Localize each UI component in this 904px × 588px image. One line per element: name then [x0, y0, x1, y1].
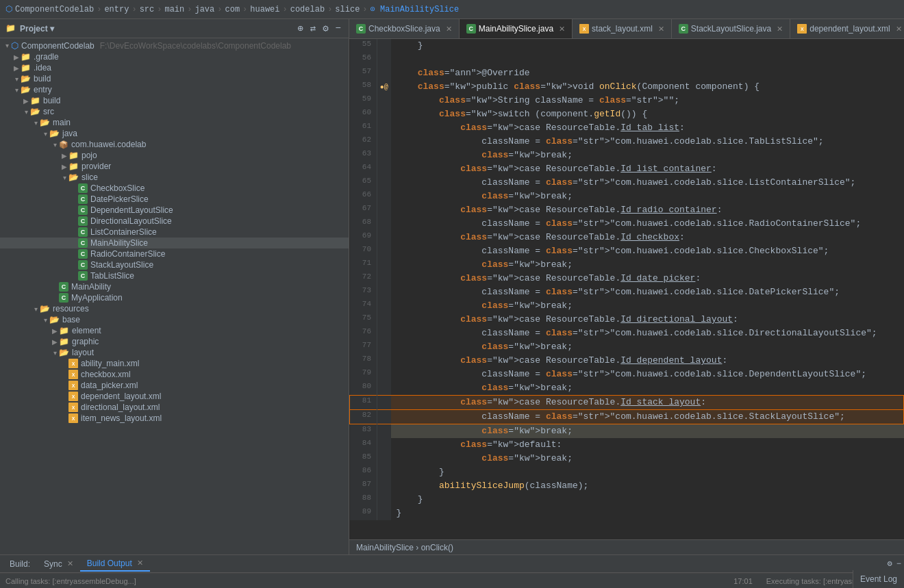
line-content: class="kw">break; [391, 258, 904, 272]
breadcrumb-main[interactable]: main [164, 5, 184, 14]
tree-item-icon: 📂 [40, 118, 50, 127]
tab-type-icon: C [679, 24, 688, 34]
tab-close-icon[interactable]: ✕ [896, 25, 902, 34]
tree-arrow: ▾ [60, 174, 68, 181]
build-label: Build: [3, 557, 37, 571]
tree-item-resources[interactable]: ▾📂resources [0, 303, 349, 314]
tree-item--gradle[interactable]: ▶📁.gradle [0, 51, 349, 62]
line-content: } [391, 465, 904, 479]
line-content: className = class="str">"com.huawei.code… [391, 285, 904, 299]
tree-item-data-picker-xml[interactable]: Xdata_picker.xml [0, 380, 349, 391]
line-number: 59 [350, 94, 377, 107]
tree-item-RadioContainerSlice[interactable]: CRadioContainerSlice [0, 248, 349, 259]
tree-item-DirectionalLayoutSlice[interactable]: CDirectionalLayoutSlice [0, 216, 349, 227]
tree-item-build[interactable]: ▾📂build [0, 73, 349, 84]
tree-item-element[interactable]: ▶📁element [0, 325, 349, 336]
tree-item-MainAbility[interactable]: CMainAbility [0, 281, 349, 292]
editor-tab-StackLayoutSlice-java[interactable]: CStackLayoutSlice.java✕ [672, 19, 790, 38]
tab-close-icon[interactable]: ✕ [559, 25, 565, 34]
sidebar-minimize-button[interactable]: − [334, 23, 343, 34]
build-output-tab[interactable]: Build Output ✕ [80, 557, 150, 572]
tree-item-label: com.huawei.codelab [71, 140, 146, 149]
tree-item-layout[interactable]: ▾📂layout [0, 347, 349, 358]
tab-close-icon[interactable]: ✕ [777, 25, 783, 34]
tree-item-icon: 📦 [59, 140, 68, 149]
tree-item-dependent-layout-xml[interactable]: Xdependent_layout.xml [0, 391, 349, 402]
tree-item-checkbox-xml[interactable]: Xcheckbox.xml [0, 369, 349, 380]
breadcrumb-slice[interactable]: slice [335, 5, 360, 14]
tree-item-StackLayoutSlice[interactable]: CStackLayoutSlice [0, 259, 349, 270]
tab-label: CheckboxSlice.java [368, 24, 440, 34]
tree-item-com-huawei-codelab[interactable]: ▾📦com.huawei.codelab [0, 139, 349, 150]
breadcrumb-huawei[interactable]: huawei [250, 5, 279, 14]
bottom-minimize-icon[interactable]: − [896, 559, 901, 569]
line-number: 76 [350, 327, 377, 340]
tree-item-pojo[interactable]: ▶📁pojo [0, 150, 349, 161]
project-name[interactable]: ComponentCodelab [15, 5, 94, 14]
tree-item-DatePickerSlice[interactable]: CDatePickerSlice [0, 194, 349, 205]
project-sidebar: 📁 Project ▾ ⊕ ⇄ ⚙ − ▾⬡ComponentCodelabF:… [0, 19, 349, 554]
tree-item-label: item_news_layout.xml [81, 413, 162, 423]
tree-item-slice[interactable]: ▾📂slice [0, 172, 349, 183]
tree-arrow: ▾ [12, 75, 21, 83]
code-editor[interactable]: 55 }56 57 class="ann">@Override58●@ clas… [349, 39, 904, 539]
line-content: className = class="str">"com.huawei.code… [391, 244, 904, 258]
editor-tab-stack-layout-xml[interactable]: Xstack_layout.xml✕ [573, 19, 672, 38]
line-number: 66 [350, 190, 377, 203]
line-content: class="kw">break; [391, 149, 904, 162]
bottom-status-bar: Calling tasks: [:entryassembleDebug...] … [0, 573, 904, 588]
breadcrumb-entry[interactable]: entry [104, 5, 129, 14]
tree-item--idea[interactable]: ▶📁.idea [0, 62, 349, 73]
tree-item-ComponentCodelab[interactable]: ▾⬡ComponentCodelabF:\DevEcoWorkSpace\cod… [0, 40, 349, 51]
editor-tab-CheckboxSlice-java[interactable]: CCheckboxSlice.java✕ [349, 19, 460, 38]
sidebar-settings-button[interactable]: ⚙ [321, 23, 330, 34]
tree-item-directional-layout-xml[interactable]: Xdirectional_layout.xml [0, 402, 349, 413]
tree-item-java[interactable]: ▾📂java [0, 128, 349, 139]
sync-close-icon[interactable]: ✕ [67, 559, 73, 568]
sidebar-globe-button[interactable]: ⊕ [295, 23, 305, 34]
line-gutter [377, 162, 391, 176]
editor-tab-dependent-layout-xml[interactable]: Xdependent_layout.xml✕ [790, 19, 904, 38]
line-gutter [377, 203, 391, 217]
bottom-settings-icon[interactable]: ⚙ [888, 559, 892, 569]
tree-item-MainAbilitySlice[interactable]: CMainAbilitySlice [0, 238, 349, 248]
breadcrumb-src[interactable]: src [140, 5, 155, 14]
tree-item-DependentLayoutSlice[interactable]: CDependentLayoutSlice [0, 205, 349, 216]
code-line: 64 class="kw">case ResourceTable.Id_list… [350, 162, 904, 176]
line-number: 70 [350, 244, 377, 258]
tree-item-ListContainerSlice[interactable]: CListContainerSlice [0, 227, 349, 238]
tree-item-src[interactable]: ▾📂src [0, 106, 349, 117]
tree-item-graphic[interactable]: ▶📁graphic [0, 336, 349, 347]
editor-breadcrumb: MainAbilitySlice › onClick() [356, 543, 453, 552]
tree-item-item-news-layout-xml[interactable]: Xitem_news_layout.xml [0, 413, 349, 424]
line-content: class="kw">break; [391, 452, 904, 465]
tree-item-MyApplication[interactable]: CMyApplication [0, 292, 349, 303]
breadcrumb-java[interactable]: java [194, 5, 214, 14]
tree-item-icon: 📁 [30, 96, 40, 105]
editor-tab-MainAbilitySlice-java[interactable]: CMainAbilitySlice.java✕ [460, 19, 573, 38]
line-gutter [377, 244, 391, 258]
tree-item-base[interactable]: ▾📂base [0, 314, 349, 325]
tree-item-build[interactable]: ▶📁build [0, 95, 349, 106]
tree-item-main[interactable]: ▾📂main [0, 117, 349, 128]
breadcrumb-file[interactable]: ⊙ MainAbilitySlice [371, 4, 460, 14]
breadcrumb-com[interactable]: com [225, 5, 240, 14]
tab-close-icon[interactable]: ✕ [446, 25, 452, 34]
line-content: abilitySliceJump(className); [391, 479, 904, 493]
tree-item-ability-main-xml[interactable]: Xability_main.xml [0, 358, 349, 369]
breadcrumb-bar: ⬡ ComponentCodelab › entry › src › main … [0, 0, 904, 19]
breadcrumb-codelab[interactable]: codelab [290, 5, 325, 14]
sync-tab[interactable]: Sync ✕ [37, 557, 80, 571]
tree-item-entry[interactable]: ▾📂entry [0, 84, 349, 95]
event-log-tab[interactable]: Event Log [853, 570, 904, 588]
sidebar-swap-button[interactable]: ⇄ [308, 23, 318, 34]
tab-close-icon[interactable]: ✕ [658, 25, 664, 34]
build-output-close-icon[interactable]: ✕ [137, 559, 143, 567]
tree-item-label: CheckboxSlice [90, 183, 145, 193]
tree-item-label: build [43, 96, 60, 105]
tree-item-CheckboxSlice[interactable]: CCheckboxSlice [0, 183, 349, 194]
tree-item-icon: 📂 [49, 129, 60, 138]
tree-item-provider[interactable]: ▶📁provider [0, 161, 349, 172]
tree-item-label: resources [53, 304, 89, 314]
tree-item-TabListSlice[interactable]: CTabListSlice [0, 270, 349, 281]
